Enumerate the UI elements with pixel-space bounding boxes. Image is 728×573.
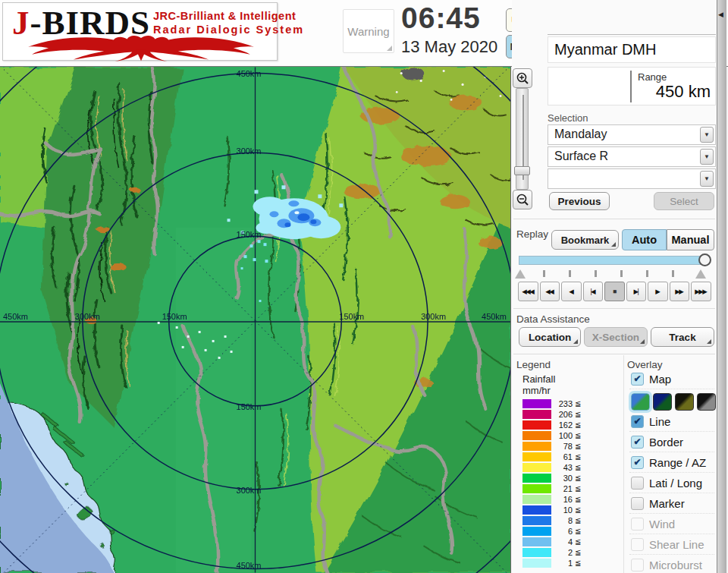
map-style-black-gray[interactable] <box>697 393 716 411</box>
svg-text:300km: 300km <box>421 312 446 321</box>
timeline-start-marker[interactable] <box>515 269 526 279</box>
product-dropdown-value: Surface R <box>554 150 608 163</box>
chevron-down-icon[interactable]: ▼ <box>700 127 714 143</box>
previous-button[interactable]: Previous <box>549 192 610 210</box>
overlay-row-border: ✔ Border <box>629 435 714 452</box>
play-reverse-button[interactable]: ◀ <box>561 282 582 301</box>
overlay-title: Overlay <box>627 359 663 370</box>
site-dropdown-value: Mandalay <box>554 128 607 141</box>
play-button[interactable]: ▶ <box>648 282 668 301</box>
panel-collapse-strip[interactable] <box>717 0 726 573</box>
replay-label: Replay <box>516 228 548 240</box>
forward-fastest-button[interactable]: ▶▶▶ <box>691 282 711 301</box>
corner-arrow-icon <box>640 339 645 344</box>
replay-timeline-handle[interactable] <box>698 253 711 266</box>
auto-button[interactable]: Auto <box>622 229 667 250</box>
legend-row: 30≦ <box>522 474 621 483</box>
svg-text:450km: 450km <box>237 562 262 571</box>
svg-text:150km: 150km <box>339 312 364 321</box>
station-name: Myanmar DMH <box>548 36 716 63</box>
divider <box>623 355 624 573</box>
zoom-slider-handle[interactable] <box>514 166 530 175</box>
option-dropdown[interactable]: ▼ <box>548 168 716 189</box>
zoom-in-button[interactable] <box>513 68 532 88</box>
corner-arrow-icon <box>707 339 711 344</box>
overlay-row-wind: Wind <box>629 517 714 534</box>
legend-title: Legend <box>516 359 551 370</box>
rewind-fast-button[interactable]: ◀◀ <box>540 282 560 301</box>
clock-time: 06:45 <box>401 2 481 35</box>
lati-long-checkbox[interactable] <box>631 477 644 490</box>
forward-fast-button[interactable]: ▶▶ <box>670 282 690 301</box>
legend-row: 16≦ <box>522 495 621 505</box>
map-style-navy-green[interactable] <box>653 393 672 411</box>
jbirds-app: J-BIRDS JRC-Brilliant & Intelligent Rada… <box>0 0 728 573</box>
clock-date: 13 May 2020 <box>401 37 497 57</box>
overlay-row-line: ✔ Line <box>629 414 714 432</box>
map-style-green-blue[interactable] <box>631 393 650 411</box>
chevron-down-icon[interactable]: ▼ <box>700 149 714 165</box>
warning-label: Warning <box>347 25 389 38</box>
svg-text:150km: 150km <box>237 402 262 411</box>
svg-text:150km: 150km <box>237 230 262 239</box>
replay-timeline-track[interactable] <box>519 256 707 265</box>
shear-line-checkbox <box>631 538 644 551</box>
marker-checkbox[interactable] <box>631 497 644 510</box>
overlay-row-shear-line: Shear Line <box>629 537 714 555</box>
radar-map-svg: 450km 300km 150km 150km 300km 450km 450k… <box>0 67 511 573</box>
data-assistance-label: Data Assistance <box>516 313 590 325</box>
map-style-black-olive[interactable] <box>675 393 694 411</box>
line-checkbox[interactable]: ✔ <box>631 415 644 428</box>
svg-text:450km: 450km <box>237 69 262 78</box>
legend-row: 1≦ <box>522 559 621 568</box>
bookmark-button[interactable]: Bookmark <box>551 230 619 250</box>
collapse-arrow-icon[interactable]: ◀ <box>718 9 725 20</box>
site-dropdown[interactable]: Mandalay ▼ <box>548 124 716 145</box>
divider <box>513 354 715 354</box>
x-section-button[interactable]: X-Section <box>584 327 648 347</box>
zoom-out-icon <box>516 193 529 206</box>
map-checkbox[interactable]: ✔ <box>631 373 644 386</box>
svg-text:300km: 300km <box>75 312 100 321</box>
border-checkbox[interactable]: ✔ <box>631 436 644 449</box>
eagle-icon <box>8 33 275 61</box>
select-button[interactable]: Select <box>654 192 714 210</box>
microburst-checkbox <box>631 559 644 571</box>
warning-button[interactable]: Warning <box>343 9 394 53</box>
svg-text:450km: 450km <box>3 312 28 321</box>
rainfall-unit-label: mm/hr <box>522 385 551 396</box>
svg-text:300km: 300km <box>237 146 262 156</box>
divider <box>513 219 715 219</box>
legend-row: 6≦ <box>522 527 621 537</box>
product-dropdown[interactable]: Surface R ▼ <box>548 146 716 167</box>
zoom-slider-track[interactable] <box>516 88 529 190</box>
legend-row: 162≦ <box>522 420 621 430</box>
range-az-checkbox[interactable]: ✔ <box>631 456 644 469</box>
rewind-fastest-button[interactable]: ◀◀◀ <box>518 282 538 301</box>
chevron-down-icon[interactable]: ▼ <box>700 171 714 187</box>
overlay-row-range-az: ✔ Range / AZ <box>629 455 714 473</box>
legend-row: 78≦ <box>522 442 621 452</box>
divider <box>513 308 715 309</box>
stop-button[interactable]: ■ <box>604 282 625 301</box>
location-button[interactable]: Location <box>519 327 581 347</box>
timeline-end-marker[interactable] <box>695 269 706 279</box>
step-back-button[interactable]: |◀ <box>583 282 604 301</box>
legend-row: 100≦ <box>522 431 621 441</box>
step-forward-button[interactable]: ▶| <box>626 282 647 301</box>
legend-row: 233≦ <box>522 399 621 409</box>
map-zoom-control <box>513 68 532 213</box>
legend-row: 10≦ <box>522 505 621 515</box>
legend-row: 21≦ <box>522 484 621 494</box>
manual-button[interactable]: Manual <box>667 229 714 250</box>
track-button[interactable]: Track <box>651 327 714 347</box>
overlay-row-lati-long: Lati / Long <box>629 476 714 493</box>
jbirds-logo: J-BIRDS JRC-Brilliant & Intelligent Rada… <box>2 2 278 61</box>
legend-row: 61≦ <box>522 452 621 462</box>
legend-row: 8≦ <box>522 516 621 526</box>
zoom-out-button[interactable] <box>513 190 532 209</box>
legend-row: 4≦ <box>522 537 621 547</box>
overlay-row-map: ✔ Map <box>629 372 714 389</box>
radar-map-view[interactable]: 450km 300km 150km 150km 300km 450km 450k… <box>0 67 511 573</box>
overlay-row-microburst: Microburst <box>629 558 714 573</box>
